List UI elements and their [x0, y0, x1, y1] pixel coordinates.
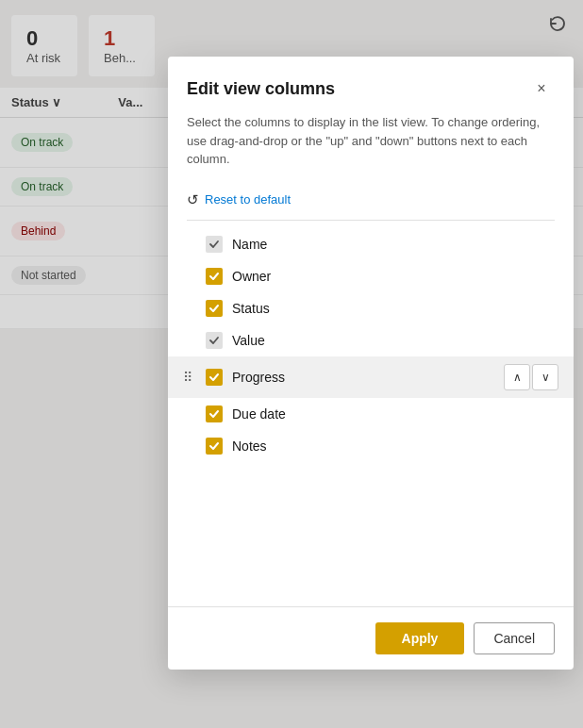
- column-label-status: Status: [232, 301, 558, 316]
- dialog-title: Edit view columns: [187, 79, 335, 99]
- dialog-footer: Apply Cancel: [168, 606, 574, 670]
- column-item-progress[interactable]: ⠿ Progress ∧ ∨: [168, 356, 574, 398]
- sort-down-button[interactable]: ∨: [532, 364, 558, 390]
- column-item-status[interactable]: ⠿ Status: [168, 292, 574, 324]
- column-item-value[interactable]: ⠿ Value: [168, 324, 574, 356]
- column-item-due-date[interactable]: ⠿ Due date: [168, 398, 574, 430]
- reset-to-default-link[interactable]: Reset to default: [205, 192, 291, 207]
- sort-buttons-progress: ∧ ∨: [504, 364, 558, 390]
- drag-handle-progress[interactable]: ⠿: [183, 370, 196, 385]
- column-checkbox-name[interactable]: [206, 236, 223, 253]
- column-checkbox-due-date[interactable]: [206, 405, 223, 422]
- reset-section: ↺ Reset to default: [168, 184, 574, 220]
- column-item-notes[interactable]: ⠿ Notes: [168, 430, 574, 462]
- column-checkbox-notes[interactable]: [206, 438, 223, 455]
- reset-icon: ↺: [187, 191, 199, 208]
- sort-up-button[interactable]: ∧: [504, 364, 530, 390]
- column-item-name[interactable]: ⠿ Name: [168, 228, 574, 260]
- column-label-name: Name: [232, 237, 558, 252]
- close-button[interactable]: ×: [528, 75, 555, 102]
- apply-button[interactable]: Apply: [375, 622, 465, 654]
- edit-view-columns-dialog: Edit view columns × Select the columns t…: [168, 57, 574, 670]
- column-label-progress: Progress: [232, 370, 494, 385]
- cancel-button[interactable]: Cancel: [474, 622, 555, 654]
- column-label-due-date: Due date: [232, 406, 558, 422]
- dialog-description: Select the columns to display in the lis…: [168, 113, 574, 184]
- column-checkbox-progress[interactable]: [206, 369, 223, 386]
- column-label-value: Value: [232, 333, 558, 348]
- column-checkbox-owner[interactable]: [206, 268, 223, 285]
- column-label-notes: Notes: [232, 438, 558, 454]
- dialog-header: Edit view columns ×: [168, 57, 574, 113]
- column-label-owner: Owner: [232, 269, 558, 284]
- columns-list: ⠿ Name ⠿ Owner ⠿: [168, 221, 574, 607]
- column-item-owner[interactable]: ⠿ Owner: [168, 260, 574, 292]
- column-checkbox-value[interactable]: [206, 332, 223, 349]
- column-checkbox-status[interactable]: [206, 300, 223, 317]
